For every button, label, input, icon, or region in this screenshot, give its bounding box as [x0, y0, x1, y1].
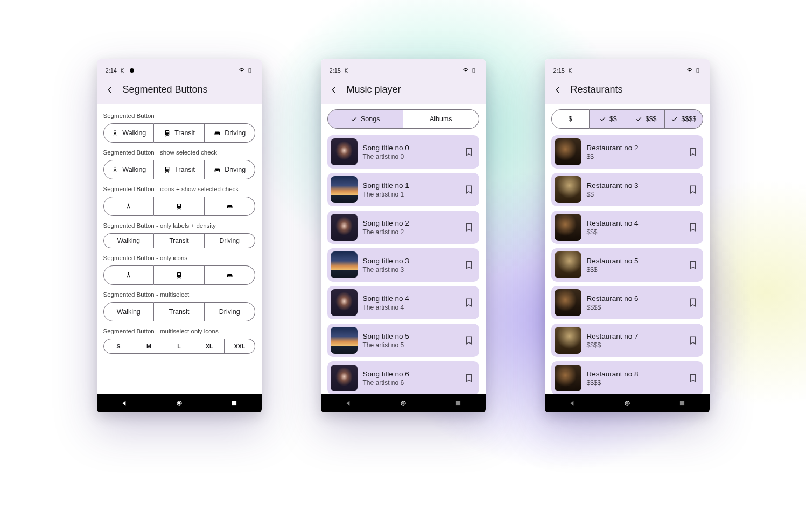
- seg-transit[interactable]: Transit: [154, 302, 205, 321]
- bookmark-icon[interactable]: [688, 185, 698, 194]
- seg-walking[interactable]: Walking: [103, 160, 155, 179]
- transit-icon: [175, 271, 183, 279]
- seg-driving[interactable]: Driving: [205, 160, 255, 179]
- seg-walking[interactable]: Walking: [103, 233, 155, 248]
- restaurant-price: $$: [587, 191, 683, 198]
- nav-home-icon[interactable]: [176, 400, 183, 407]
- back-icon[interactable]: [106, 85, 115, 95]
- price-2[interactable]: $$: [590, 109, 627, 129]
- song-card[interactable]: Song title no 0The artist no 0: [327, 135, 479, 169]
- tab-albums[interactable]: Albums: [403, 109, 479, 129]
- seg-transit[interactable]: [154, 265, 205, 285]
- tab-songs[interactable]: Songs: [327, 109, 404, 129]
- restaurant-card[interactable]: Restaurant no 8$$$$: [551, 361, 703, 394]
- restaurant-card[interactable]: Restaurant no 3$$: [551, 173, 703, 206]
- seg-driving[interactable]: Driving: [205, 123, 255, 143]
- seg-driving[interactable]: [205, 265, 255, 285]
- price-1[interactable]: $: [551, 109, 590, 129]
- restaurant-thumb: [555, 176, 581, 203]
- song-card[interactable]: Song title no 6The artist no 6: [327, 361, 479, 394]
- segmented-group: [103, 197, 255, 216]
- restaurant-name: Restaurant no 4: [587, 219, 683, 227]
- restaurant-card[interactable]: Restaurant no 5$$$: [551, 248, 703, 282]
- song-card[interactable]: Song title no 3The artist no 3: [327, 248, 479, 282]
- tabs-songs-albums: Songs Albums: [327, 109, 479, 129]
- seg-label: Transit: [169, 308, 190, 316]
- seg-size-m[interactable]: M: [134, 339, 164, 354]
- nav-recent-icon[interactable]: [230, 400, 238, 407]
- restaurant-card[interactable]: Restaurant no 6$$$$: [551, 286, 703, 319]
- restaurant-card[interactable]: Restaurant no 4$$$: [551, 211, 703, 244]
- bookmark-icon[interactable]: [464, 373, 474, 383]
- bookmark-icon[interactable]: [688, 260, 698, 270]
- back-icon[interactable]: [553, 85, 563, 95]
- seg-size-xxl[interactable]: XXL: [225, 339, 255, 354]
- seg-size-xl[interactable]: XL: [194, 339, 225, 354]
- seg-label: Transit: [174, 166, 195, 173]
- nav-recent-icon[interactable]: [678, 400, 686, 407]
- nav-home-icon[interactable]: [623, 400, 631, 407]
- status-time: 2:15: [330, 67, 341, 74]
- seg-label: $$: [609, 115, 617, 123]
- nav-home-icon[interactable]: [400, 400, 407, 407]
- nav-back-icon[interactable]: [569, 400, 576, 407]
- seg-walking[interactable]: Walking: [103, 302, 155, 321]
- song-card[interactable]: Song title no 4The artist no 4: [327, 286, 479, 319]
- song-text: Song title no 1The artist no 1: [363, 181, 459, 198]
- seg-driving[interactable]: [205, 197, 255, 216]
- song-card[interactable]: Song title no 2The artist no 2: [327, 211, 479, 244]
- bookmark-icon[interactable]: [464, 147, 474, 157]
- seg-label: $: [569, 115, 572, 123]
- seg-label: $$$: [646, 115, 657, 123]
- seg-label: Walking: [117, 237, 140, 244]
- bookmark-icon[interactable]: [688, 222, 698, 232]
- restaurant-name: Restaurant no 2: [587, 144, 683, 152]
- bookmark-icon[interactable]: [688, 373, 698, 383]
- price-3[interactable]: $$$: [627, 109, 665, 129]
- restaurant-card[interactable]: Restaurant no 7$$$$: [551, 324, 703, 357]
- page-title: Restaurants: [571, 84, 623, 95]
- battery-icon: [471, 67, 477, 74]
- seg-driving[interactable]: Driving: [205, 302, 255, 321]
- seg-driving[interactable]: Driving: [205, 233, 255, 248]
- bookmark-icon[interactable]: [688, 298, 698, 307]
- bookmark-icon[interactable]: [464, 260, 474, 270]
- restaurant-thumb: [555, 289, 581, 316]
- phone-topbar: 2:15 Restaurants: [545, 59, 710, 104]
- seg-walking[interactable]: [103, 197, 155, 216]
- wifi-icon: [239, 67, 245, 74]
- seg-walking[interactable]: Walking: [103, 123, 155, 143]
- restaurant-name: Restaurant no 7: [587, 332, 683, 340]
- song-card[interactable]: Song title no 1The artist no 1: [327, 173, 479, 206]
- back-icon[interactable]: [330, 85, 339, 95]
- seg-size-s[interactable]: S: [103, 339, 134, 354]
- nav-recent-icon[interactable]: [454, 400, 462, 407]
- car-icon: [226, 271, 234, 279]
- song-card[interactable]: Song title no 5The artist no 5: [327, 324, 479, 357]
- seg-transit[interactable]: [154, 197, 205, 216]
- restaurant-text: Restaurant no 8$$$$: [587, 370, 683, 387]
- bookmark-icon[interactable]: [464, 298, 474, 307]
- wifi-icon: [462, 67, 469, 74]
- restaurant-thumb: [555, 365, 581, 391]
- bookmark-icon[interactable]: [464, 222, 474, 232]
- bookmark-icon[interactable]: [464, 335, 474, 345]
- section-label: Segmented Button - show selected check: [103, 149, 255, 156]
- seg-transit[interactable]: Transit: [154, 160, 205, 179]
- seg-walking[interactable]: [103, 265, 155, 285]
- walk-icon: [124, 202, 132, 211]
- seg-transit[interactable]: Transit: [154, 233, 205, 248]
- restaurant-card[interactable]: Restaurant no 2$$: [551, 135, 703, 169]
- seg-size-l[interactable]: L: [164, 339, 194, 354]
- walk-icon: [111, 166, 119, 174]
- bookmark-icon[interactable]: [464, 185, 474, 194]
- price-4[interactable]: $$$$: [665, 109, 703, 129]
- nav-back-icon[interactable]: [121, 400, 128, 407]
- seg-transit[interactable]: Transit: [154, 123, 205, 143]
- bookmark-icon[interactable]: [688, 335, 698, 345]
- nav-back-icon[interactable]: [345, 400, 352, 407]
- seg-label: XL: [206, 343, 213, 349]
- bookmark-icon[interactable]: [688, 147, 698, 157]
- section-label: Segmented Button - icons + show selected…: [103, 186, 255, 192]
- status-link-icon: [120, 67, 126, 74]
